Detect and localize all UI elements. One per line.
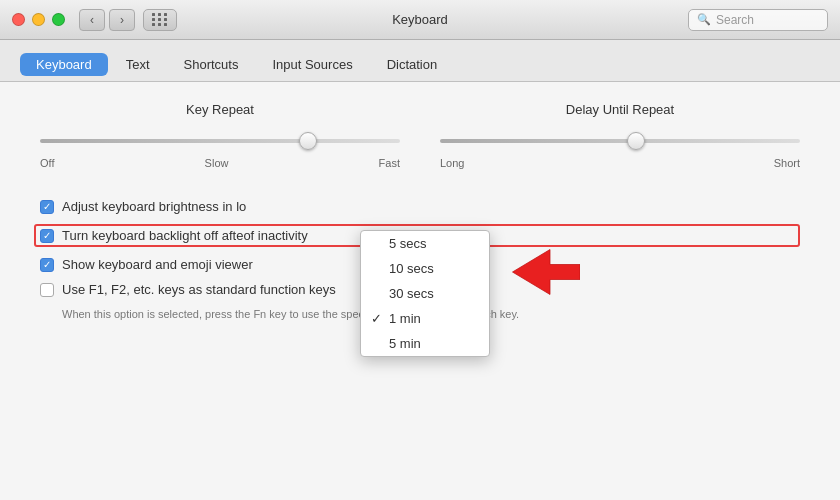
tab-keyboard[interactable]: Keyboard bbox=[20, 53, 108, 76]
delay-repeat-labels: Long Short bbox=[440, 157, 800, 169]
delay-long: Long bbox=[440, 157, 464, 169]
search-placeholder: Search bbox=[716, 13, 754, 27]
checkbox-brightness[interactable]: ✓ Adjust keyboard brightness in lo bbox=[40, 199, 800, 214]
close-button[interactable] bbox=[12, 13, 25, 26]
titlebar: ‹ › Keyboard 🔍 Search bbox=[0, 0, 840, 40]
dropdown-item-30secs[interactable]: 30 secs bbox=[361, 281, 489, 306]
delay-short: Short bbox=[774, 157, 800, 169]
checkmark-icon: ✓ bbox=[43, 202, 51, 212]
main-content: Key Repeat Off Slow Fast Delay Until Rep… bbox=[0, 82, 840, 500]
dropdown-item-5min[interactable]: 5 min bbox=[361, 331, 489, 356]
checkmark-icon: ✓ bbox=[43, 231, 51, 241]
key-repeat-group: Key Repeat Off Slow Fast bbox=[40, 102, 440, 169]
checkbox-brightness-box[interactable]: ✓ bbox=[40, 200, 54, 214]
traffic-lights bbox=[12, 13, 65, 26]
delay-repeat-thumb[interactable] bbox=[627, 132, 645, 150]
checkbox-emoji-label: Show keyboard and emoji viewer bbox=[62, 257, 253, 272]
window-title: Keyboard bbox=[392, 12, 448, 27]
delay-repeat-label: Delay Until Repeat bbox=[440, 102, 800, 117]
checkbox-backlight-box[interactable]: ✓ bbox=[40, 229, 54, 243]
key-repeat-track bbox=[40, 139, 400, 143]
tabbar: Keyboard Text Shortcuts Input Sources Di… bbox=[0, 40, 840, 82]
checkbox-backlight-label: Turn keyboard backlight off afte bbox=[62, 228, 243, 243]
minimize-button[interactable] bbox=[32, 13, 45, 26]
key-repeat-label: Key Repeat bbox=[40, 102, 400, 117]
app-grid-button[interactable] bbox=[143, 9, 177, 31]
checkbox-fn-keys-box[interactable] bbox=[40, 283, 54, 297]
tab-text[interactable]: Text bbox=[110, 52, 166, 77]
dropdown-popup: 5 secs 10 secs 30 secs 1 min 5 min bbox=[360, 230, 490, 357]
back-button[interactable]: ‹ bbox=[79, 9, 105, 31]
nav-buttons: ‹ › bbox=[79, 9, 135, 31]
checkbox-backlight-suffix: of inactivity bbox=[243, 228, 307, 243]
checkbox-emoji-box[interactable]: ✓ bbox=[40, 258, 54, 272]
tab-shortcuts[interactable]: Shortcuts bbox=[168, 52, 255, 77]
tab-input-sources[interactable]: Input Sources bbox=[256, 52, 368, 77]
dropdown-item-5secs[interactable]: 5 secs bbox=[361, 231, 489, 256]
key-repeat-labels: Off Slow Fast bbox=[40, 157, 400, 169]
search-icon: 🔍 bbox=[697, 13, 711, 26]
key-repeat-slider[interactable] bbox=[40, 131, 400, 151]
search-box[interactable]: 🔍 Search bbox=[688, 9, 828, 31]
maximize-button[interactable] bbox=[52, 13, 65, 26]
delay-repeat-slider[interactable] bbox=[440, 131, 800, 151]
forward-button[interactable]: › bbox=[109, 9, 135, 31]
grid-icon bbox=[152, 13, 168, 26]
tab-dictation[interactable]: Dictation bbox=[371, 52, 454, 77]
sliders-section: Key Repeat Off Slow Fast Delay Until Rep… bbox=[40, 102, 800, 169]
checkbox-brightness-label: Adjust keyboard brightness in lo bbox=[62, 199, 246, 214]
checkbox-fn-keys-label: Use F1, F2, etc. keys as standard functi… bbox=[62, 282, 336, 297]
key-repeat-fast: Fast bbox=[379, 157, 400, 169]
dropdown-item-1min[interactable]: 1 min bbox=[361, 306, 489, 331]
delay-repeat-group: Delay Until Repeat Long Short bbox=[440, 102, 800, 169]
key-repeat-off: Off bbox=[40, 157, 54, 169]
dropdown-item-10secs[interactable]: 10 secs bbox=[361, 256, 489, 281]
key-repeat-slow: Slow bbox=[205, 157, 229, 169]
red-arrow bbox=[490, 242, 580, 306]
svg-marker-0 bbox=[513, 250, 581, 295]
checkmark-icon: ✓ bbox=[43, 260, 51, 270]
delay-repeat-track bbox=[440, 139, 800, 143]
key-repeat-thumb[interactable] bbox=[299, 132, 317, 150]
